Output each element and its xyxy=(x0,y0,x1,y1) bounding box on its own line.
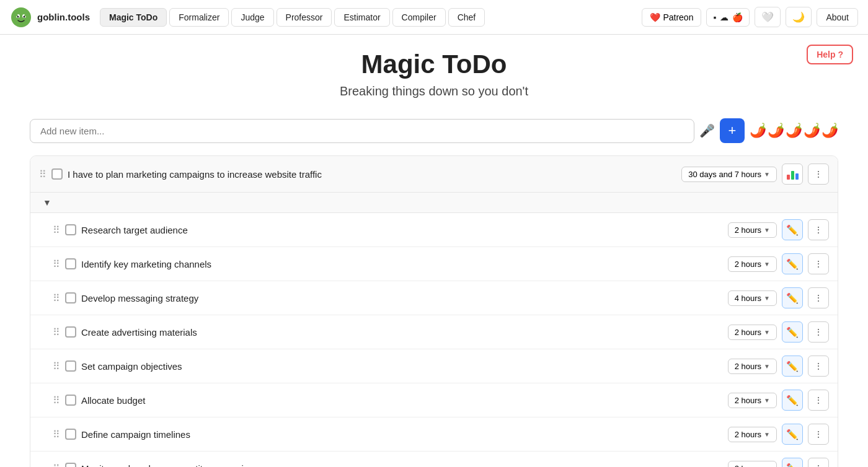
subtask-more-button-7[interactable]: ⋮ xyxy=(808,458,829,467)
nav-chef[interactable]: Chef xyxy=(448,8,485,27)
subtask-row: ⠿ Identify key marketing channels 2 hour… xyxy=(30,247,838,281)
about-button[interactable]: About xyxy=(817,8,858,27)
subtask-more-button-1[interactable]: ⋮ xyxy=(808,253,829,274)
subtask-checkbox-1[interactable] xyxy=(65,258,76,269)
subtask-more-button-4[interactable]: ⋮ xyxy=(808,356,829,377)
kebab-icon: ⋮ xyxy=(814,395,823,405)
pencil-icon: ✏️ xyxy=(786,463,799,468)
subtask-more-button-0[interactable]: ⋮ xyxy=(808,219,829,240)
subtask-edit-button-3[interactable]: ✏️ xyxy=(782,321,803,343)
nav-compiler[interactable]: Compiler xyxy=(392,8,446,27)
subtask-more-button-6[interactable]: ⋮ xyxy=(808,424,829,445)
subtask-time-caret-7: ▼ xyxy=(764,465,770,468)
subtask-time-badge-7[interactable]: 2 hours ▼ xyxy=(728,461,777,468)
chili-3[interactable]: 🌶️ xyxy=(786,123,802,139)
subtask-drag-handle[interactable]: ⠿ xyxy=(53,463,60,468)
subtask-edit-button-6[interactable]: ✏️ xyxy=(782,424,803,445)
subtask-drag-handle[interactable]: ⠿ xyxy=(53,429,60,440)
subtask-time-caret-6: ▼ xyxy=(764,431,770,438)
add-item-input[interactable] xyxy=(30,119,694,143)
nav-formalizer[interactable]: Formalizer xyxy=(169,8,229,27)
nav-estimator[interactable]: Estimator xyxy=(334,8,389,27)
subtask-label-7: Monitor and analyze competitor campaigns xyxy=(81,463,723,468)
subtask-row: ⠿ Allocate budget 2 hours ▼ ✏️ ⋮ xyxy=(30,383,838,417)
chili-4[interactable]: 🌶️ xyxy=(804,123,820,139)
subtask-checkbox-2[interactable] xyxy=(65,292,76,303)
subtask-time-value-3: 2 hours xyxy=(735,328,761,337)
mic-button[interactable]: 🎤 xyxy=(699,123,715,138)
subtask-time-badge-6[interactable]: 2 hours ▼ xyxy=(728,427,777,442)
subtask-checkbox-3[interactable] xyxy=(65,326,76,338)
subtask-checkbox-6[interactable] xyxy=(65,429,76,440)
spice-level[interactable]: 🌶️ 🌶️ 🌶️ 🌶️ 🌶️ xyxy=(750,123,838,139)
subtask-more-button-5[interactable]: ⋮ xyxy=(808,390,829,411)
subtask-time-badge-3[interactable]: 2 hours ▼ xyxy=(728,325,777,340)
pencil-icon: ✏️ xyxy=(786,326,799,338)
parent-task-label: I have to plan marketing campaigns to in… xyxy=(68,169,676,180)
heart-button[interactable]: 🤍 xyxy=(755,7,781,27)
subtask-time-value-7: 2 hours xyxy=(735,464,761,468)
subtask-drag-handle[interactable]: ⠿ xyxy=(53,224,60,236)
apple-icon: 🍎 xyxy=(732,12,743,22)
subtask-time-badge-5[interactable]: 2 hours ▼ xyxy=(728,393,777,408)
nav-right: ❤️ Patreon ▪ ☁ 🍎 🤍 🌙 About xyxy=(642,7,858,27)
kebab-icon: ⋮ xyxy=(814,225,823,235)
subtask-checkbox-4[interactable] xyxy=(65,360,76,372)
chili-1[interactable]: 🌶️ xyxy=(750,123,766,139)
add-button[interactable]: + xyxy=(720,118,745,143)
add-item-row: 🎤 + 🌶️ 🌶️ 🌶️ 🌶️ 🌶️ xyxy=(30,118,838,143)
theme-toggle[interactable]: 🌙 xyxy=(786,7,812,27)
subtask-more-button-2[interactable]: ⋮ xyxy=(808,287,829,308)
platform-icons[interactable]: ▪ ☁ 🍎 xyxy=(706,8,750,27)
subtask-label-5: Allocate budget xyxy=(81,395,723,406)
chili-2[interactable]: 🌶️ xyxy=(768,123,784,139)
parent-chart-button[interactable] xyxy=(782,164,803,185)
subtask-time-value-1: 2 hours xyxy=(735,260,761,269)
pencil-icon: ✏️ xyxy=(786,292,799,304)
subtask-drag-handle[interactable]: ⠿ xyxy=(53,395,60,406)
brand-logo[interactable]: goblin.tools xyxy=(10,6,90,28)
add-icon: + xyxy=(728,123,737,139)
nav-judge[interactable]: Judge xyxy=(231,8,273,27)
nav-professor[interactable]: Professor xyxy=(277,8,332,27)
svg-point-5 xyxy=(18,9,24,14)
subtask-time-badge-1[interactable]: 2 hours ▼ xyxy=(728,256,777,272)
parent-more-button[interactable]: ⋮ xyxy=(808,164,829,185)
subtask-time-badge-4[interactable]: 2 hours ▼ xyxy=(728,359,777,374)
subtask-checkbox-0[interactable] xyxy=(65,224,76,235)
subtask-edit-button-4[interactable]: ✏️ xyxy=(782,356,803,377)
subtask-row: ⠿ Define campaign timelines 2 hours ▼ ✏️… xyxy=(30,417,838,452)
navbar: goblin.tools Magic ToDo Formalizer Judge… xyxy=(0,0,868,35)
main-content: Magic ToDo Breaking things down so you d… xyxy=(0,35,868,467)
help-button[interactable]: Help ? xyxy=(807,45,853,64)
subtask-time-badge-2[interactable]: 4 hours ▼ xyxy=(728,290,777,306)
chili-5[interactable]: 🌶️ xyxy=(822,123,838,139)
kebab-icon: ⋮ xyxy=(814,259,823,269)
collapse-button[interactable]: ▼ xyxy=(39,195,55,210)
pencil-icon: ✏️ xyxy=(786,360,799,372)
nav-magic-todo[interactable]: Magic ToDo xyxy=(100,8,167,27)
subtask-drag-handle[interactable]: ⠿ xyxy=(53,326,60,338)
subtask-edit-button-2[interactable]: ✏️ xyxy=(782,287,803,308)
subtask-edit-button-7[interactable]: ✏️ xyxy=(782,458,803,467)
subtask-drag-handle[interactable]: ⠿ xyxy=(53,258,60,270)
subtask-edit-button-0[interactable]: ✏️ xyxy=(782,219,803,240)
subtask-edit-button-1[interactable]: ✏️ xyxy=(782,253,803,274)
parent-task-checkbox[interactable] xyxy=(51,168,63,180)
parent-drag-handle[interactable]: ⠿ xyxy=(39,168,46,180)
subtask-time-badge-0[interactable]: 2 hours ▼ xyxy=(728,222,777,238)
subtask-checkbox-5[interactable] xyxy=(65,395,76,406)
subtask-drag-handle[interactable]: ⠿ xyxy=(53,360,60,372)
pencil-icon: ✏️ xyxy=(786,429,799,440)
subtask-time-caret-0: ▼ xyxy=(764,227,770,234)
kebab-icon: ⋮ xyxy=(814,293,823,303)
subtask-drag-handle[interactable]: ⠿ xyxy=(53,292,60,304)
subtask-more-button-3[interactable]: ⋮ xyxy=(808,321,829,343)
subtask-edit-button-5[interactable]: ✏️ xyxy=(782,390,803,411)
patreon-button[interactable]: ❤️ Patreon xyxy=(642,8,701,27)
subtask-label-6: Define campaign timelines xyxy=(81,429,723,440)
parent-time-badge[interactable]: 30 days and 7 hours ▼ xyxy=(681,167,777,182)
kebab-icon: ⋮ xyxy=(814,429,823,439)
bar-chart-icon xyxy=(787,168,799,180)
subtask-checkbox-7[interactable] xyxy=(65,463,76,467)
